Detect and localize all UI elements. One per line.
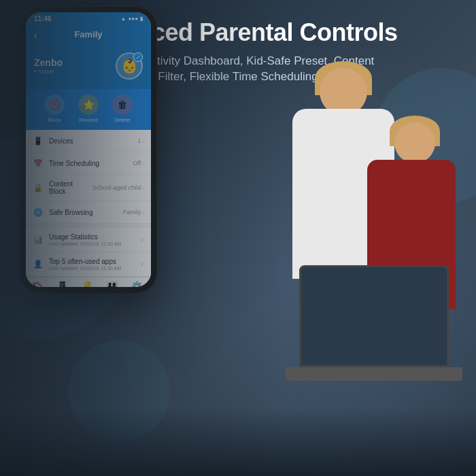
scene-gradient <box>0 0 476 476</box>
bottom-gradient <box>0 408 476 476</box>
